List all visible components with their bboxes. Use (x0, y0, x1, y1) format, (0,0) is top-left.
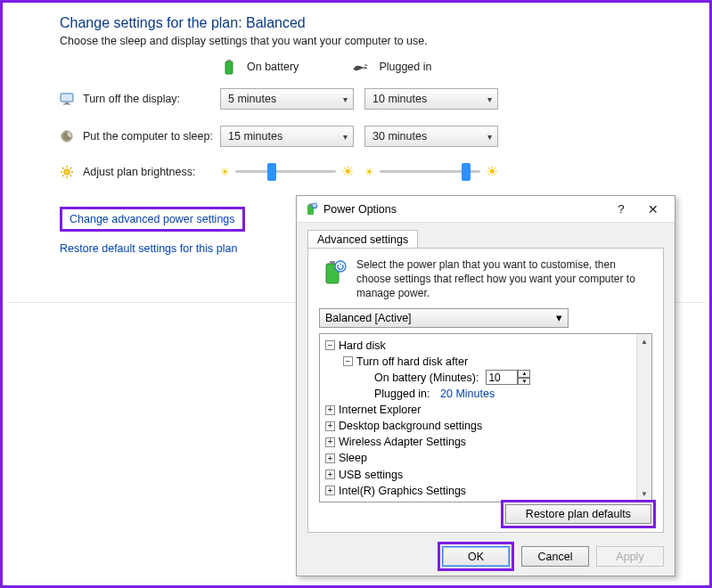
tree-leaf-label: Plugged in: (374, 386, 430, 402)
sun-min-icon: ☀ (364, 166, 374, 178)
apply-button[interactable]: Apply (596, 546, 664, 567)
chevron-down-icon: ▾ (487, 94, 492, 104)
col-plugged-in: Plugged in (352, 58, 431, 76)
select-value: 30 minutes (372, 130, 427, 143)
dialog-title: Power Options (323, 203, 605, 216)
plug-icon (352, 58, 370, 76)
close-button[interactable]: ✕ (637, 202, 669, 216)
tab-panel: Select the power plan that you want to c… (307, 248, 664, 533)
tree-node[interactable]: Power buttons and lid (339, 501, 446, 502)
highlight-advanced-link: Change advanced power settings (60, 207, 245, 232)
settings-tree[interactable]: −Hard disk −Turn off hard disk after On … (319, 333, 652, 502)
sun-max-icon: ☀ (486, 163, 498, 180)
slider-track (380, 170, 480, 173)
spin-down-icon[interactable]: ▼ (518, 378, 530, 386)
chevron-down-icon: ▾ (343, 94, 348, 104)
svg-point-8 (64, 168, 70, 174)
svg-rect-0 (225, 61, 233, 74)
highlight-restore-btn: Restore plan defaults (501, 500, 656, 528)
row-turn-off-display: Turn off the display: 5 minutes ▾ 10 min… (60, 88, 688, 110)
svg-rect-1 (227, 60, 231, 61)
tree-node[interactable]: Wireless Adapter Settings (339, 434, 466, 450)
restore-plan-defaults-button[interactable]: Restore plan defaults (505, 504, 651, 524)
slider-thumb[interactable] (267, 163, 276, 181)
row-label-text: Adjust plan brightness: (83, 166, 195, 178)
tree-node[interactable]: Desktop background settings (339, 418, 482, 434)
svg-rect-6 (63, 104, 70, 105)
restore-defaults-link[interactable]: Restore default settings for this plan (60, 242, 237, 255)
expand-icon[interactable]: + (325, 486, 335, 495)
sun-icon (60, 165, 74, 179)
tree-node[interactable]: Intel(R) Graphics Settings (339, 483, 466, 499)
brightness-plugged-slider[interactable]: ☀ ☀ (364, 163, 498, 180)
plan-select-value: Balanced [Active] (325, 312, 412, 324)
sun-min-icon: ☀ (220, 166, 230, 178)
tree-leaf-label: On battery (Minutes): (374, 370, 479, 386)
sleep-battery-select[interactable]: 15 minutes ▾ (220, 126, 354, 147)
row-label-text: Put the computer to sleep: (83, 130, 213, 143)
expand-icon[interactable]: + (325, 421, 335, 431)
tree-node[interactable]: Internet Explorer (339, 402, 421, 418)
dialog-button-row: OK Cancel Apply (297, 540, 675, 580)
svg-line-2 (365, 65, 368, 66)
plan-select[interactable]: Balanced [Active] ▾ (319, 308, 569, 328)
col-on-battery: On battery (220, 58, 299, 76)
tab-advanced-settings[interactable]: Advanced settings (307, 230, 418, 249)
chevron-down-icon: ▾ (487, 132, 492, 142)
svg-line-16 (70, 167, 72, 169)
minutes-spinner[interactable]: ▲▼ (486, 370, 530, 385)
power-options-dialog: Power Options ? ✕ Advanced settings Sele… (296, 195, 675, 576)
tree-leaf-value-link[interactable]: 20 Minutes (440, 386, 495, 402)
scroll-up-icon[interactable]: ▲ (637, 334, 651, 349)
page-subtitle: Choose the sleep and display settings th… (60, 35, 688, 47)
svg-rect-4 (61, 94, 73, 102)
svg-line-3 (365, 68, 368, 69)
tree-scrollbar[interactable]: ▲ ▼ (636, 334, 651, 502)
tree-content: −Hard disk −Turn off hard disk after On … (320, 334, 651, 502)
cancel-button[interactable]: Cancel (521, 546, 589, 567)
row-label-text: Turn off the display: (83, 93, 180, 105)
col-label: Plugged in (379, 61, 431, 73)
ok-button[interactable]: OK (442, 546, 510, 567)
svg-line-15 (62, 175, 64, 176)
minutes-input[interactable] (486, 370, 518, 385)
tree-node[interactable]: USB settings (339, 467, 403, 483)
moon-icon (60, 129, 74, 143)
dialog-titlebar[interactable]: Power Options ? ✕ (297, 196, 675, 223)
display-battery-select[interactable]: 5 minutes ▾ (220, 88, 354, 110)
sleep-plugged-select[interactable]: 30 minutes ▾ (364, 126, 498, 147)
svg-point-22 (335, 261, 346, 272)
chevron-down-icon: ▾ (556, 311, 562, 324)
svg-rect-5 (65, 102, 69, 104)
collapse-icon[interactable]: − (343, 356, 353, 366)
svg-line-13 (62, 167, 64, 169)
display-plugged-select[interactable]: 10 minutes ▾ (364, 88, 498, 110)
expand-icon[interactable]: + (325, 405, 335, 415)
change-advanced-link[interactable]: Change advanced power settings (70, 213, 235, 225)
svg-line-14 (70, 175, 72, 176)
slider-thumb[interactable] (462, 163, 471, 181)
monitor-icon (60, 92, 74, 106)
row-sleep: Put the computer to sleep: 15 minutes ▾ … (60, 126, 688, 147)
select-value: 5 minutes (228, 93, 276, 105)
scroll-down-icon[interactable]: ▼ (637, 486, 651, 502)
app-frame: Change settings for the plan: Balanced C… (0, 0, 712, 588)
chevron-down-icon: ▾ (343, 132, 348, 142)
row-brightness: Adjust plan brightness: ☀ ☀ ☀ ☀ (60, 163, 688, 180)
help-button[interactable]: ? (605, 202, 637, 216)
collapse-icon[interactable]: − (325, 340, 335, 350)
brightness-battery-slider[interactable]: ☀ ☀ (220, 163, 354, 180)
tree-node[interactable]: Hard disk (339, 338, 386, 354)
expand-icon[interactable]: + (325, 470, 335, 479)
select-value: 15 minutes (228, 130, 282, 143)
expand-icon[interactable]: + (325, 437, 335, 447)
page-title: Change settings for the plan: Balanced (60, 15, 688, 31)
col-label: On battery (247, 61, 299, 73)
dialog-description: Select the power plan that you want to c… (356, 257, 652, 301)
tree-node[interactable]: Sleep (339, 450, 367, 466)
svg-rect-21 (330, 261, 335, 264)
tree-node[interactable]: Turn off hard disk after (356, 354, 468, 370)
battery-icon (220, 58, 238, 76)
spin-up-icon[interactable]: ▲ (518, 370, 530, 378)
expand-icon[interactable]: + (325, 453, 335, 463)
